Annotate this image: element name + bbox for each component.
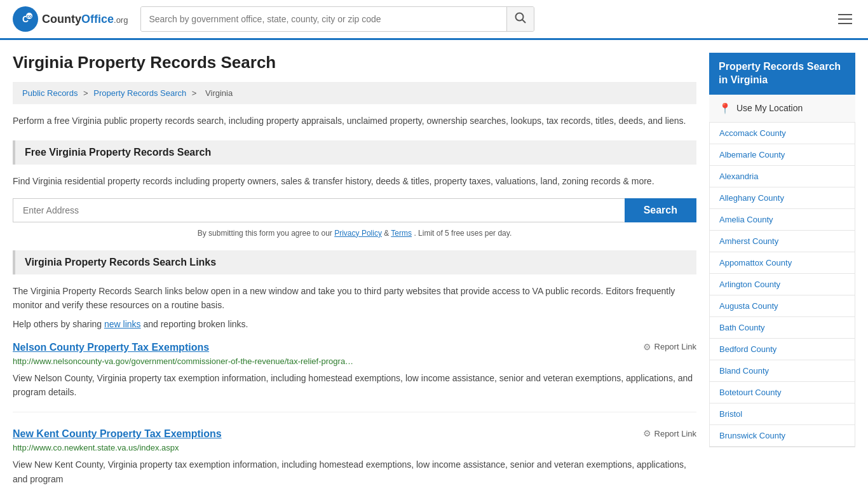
logo: C co CountyOffice.org xyxy=(13,6,128,32)
list-item: Bedford County xyxy=(710,339,855,360)
main-container: Virginia Property Records Search Public … xyxy=(0,40,868,488)
global-search-button[interactable] xyxy=(506,7,534,31)
sidebar-county-link[interactable]: Appomattox County xyxy=(710,252,855,273)
free-search-description: Find Virginia residential property recor… xyxy=(13,174,696,188)
list-item: Amherst County xyxy=(710,231,855,252)
svg-line-5 xyxy=(522,20,526,23)
report-link-button[interactable]: ⚙ Report Link xyxy=(643,342,696,352)
result-title-row: Nelson County Property Tax Exemptions ⚙ … xyxy=(13,342,696,353)
location-pin-icon: 📍 xyxy=(719,102,731,114)
hamburger-menu-button[interactable] xyxy=(835,11,855,27)
breadcrumb-separator-1: > xyxy=(83,88,90,98)
address-search-button[interactable]: Search xyxy=(625,198,696,222)
form-disclaimer: By submitting this form you agree to our… xyxy=(13,229,696,238)
list-item: Appomattox County xyxy=(710,252,855,274)
sidebar-county-link[interactable]: Augusta County xyxy=(710,295,855,316)
svg-text:co: co xyxy=(27,14,32,18)
list-item: Bath County xyxy=(710,317,855,339)
sidebar-county-link[interactable]: Brunswick County xyxy=(710,425,855,446)
result-description: View Nelson County, Virginia property ta… xyxy=(13,371,696,400)
list-item: Bland County xyxy=(710,360,855,382)
global-search-input[interactable] xyxy=(141,7,506,31)
report-icon: ⚙ xyxy=(643,428,651,438)
sidebar-county-link[interactable]: Albemarle County xyxy=(710,144,855,165)
sidebar-county-link[interactable]: Amelia County xyxy=(710,209,855,230)
report-link-button[interactable]: ⚙ Report Link xyxy=(643,428,696,438)
result-url: http://www.nelsoncounty-va.gov/governmen… xyxy=(13,356,696,366)
list-item: Arlington County xyxy=(710,274,855,295)
use-location-label: Use My Location xyxy=(736,103,803,113)
result-title-row: New Kent County Property Tax Exemptions … xyxy=(13,428,696,440)
sidebar-county-link[interactable]: Arlington County xyxy=(710,274,855,295)
new-links-link[interactable]: new links xyxy=(104,319,141,329)
privacy-policy-link[interactable]: Privacy Policy xyxy=(334,229,382,238)
links-section-heading: Virginia Property Records Search Links xyxy=(13,250,696,274)
links-help: Help others by sharing new links and rep… xyxy=(13,319,696,329)
list-item: Brunswick County xyxy=(710,425,855,447)
sidebar-county-link[interactable]: Bland County xyxy=(710,360,855,381)
list-item: Bristol xyxy=(710,403,855,425)
result-title-link[interactable]: New Kent County Property Tax Exemptions xyxy=(13,428,222,440)
result-item: New Kent County Property Tax Exemptions … xyxy=(13,428,696,488)
sidebar-county-link[interactable]: Amherst County xyxy=(710,231,855,252)
report-link-label: Report Link xyxy=(654,342,696,351)
logo-wordmark: CountyOffice.org xyxy=(42,13,128,26)
terms-link[interactable]: Terms xyxy=(391,229,412,238)
result-title-link[interactable]: Nelson County Property Tax Exemptions xyxy=(13,342,209,353)
sidebar-county-link[interactable]: Bath County xyxy=(710,317,855,338)
sidebar-county-link[interactable]: Botetourt County xyxy=(710,382,855,403)
address-search-form: Search xyxy=(13,198,696,222)
header: C co CountyOffice.org xyxy=(0,0,868,40)
content-area: Virginia Property Records Search Public … xyxy=(13,53,696,488)
breadcrumb-public-records[interactable]: Public Records xyxy=(22,88,78,98)
report-link-label: Report Link xyxy=(654,429,696,438)
sidebar-county-link[interactable]: Bristol xyxy=(710,403,855,424)
sidebar-county-link[interactable]: Alleghany County xyxy=(710,187,855,208)
list-item: Albemarle County xyxy=(710,144,855,166)
free-search-heading: Free Virginia Property Records Search xyxy=(13,140,696,165)
list-item: Botetourt County xyxy=(710,382,855,403)
links-section: Virginia Property Records Search Links T… xyxy=(13,250,696,488)
global-search-bar[interactable] xyxy=(140,6,534,32)
breadcrumb-separator-2: > xyxy=(192,88,199,98)
breadcrumb: Public Records > Property Records Search… xyxy=(13,82,696,104)
result-description: View New Kent County, Virginia property … xyxy=(13,458,696,486)
sidebar-title: Property Records Search in Virginia xyxy=(709,53,855,95)
breadcrumb-virginia: Virginia xyxy=(205,88,233,98)
page-title: Virginia Property Records Search xyxy=(13,53,696,72)
list-item: Alleghany County xyxy=(710,187,855,209)
result-item: Nelson County Property Tax Exemptions ⚙ … xyxy=(13,342,696,413)
logo-icon: C co xyxy=(13,6,38,32)
list-item: Alexandria xyxy=(710,166,855,187)
address-input[interactable] xyxy=(13,198,625,222)
list-item: Accomack County xyxy=(710,123,855,144)
links-intro: The Virginia Property Records Search lin… xyxy=(13,284,696,313)
list-item: Augusta County xyxy=(710,295,855,317)
svg-point-4 xyxy=(516,13,524,21)
result-url: http://www.co.newkent.state.va.us/index.… xyxy=(13,443,696,452)
list-item: Amelia County xyxy=(710,209,855,231)
report-icon: ⚙ xyxy=(643,342,651,352)
county-list: Accomack CountyAlbemarle CountyAlexandri… xyxy=(709,123,855,447)
sidebar: Property Records Search in Virginia 📍 Us… xyxy=(709,53,855,488)
intro-text: Perform a free Virginia public property … xyxy=(13,114,696,128)
sidebar-county-link[interactable]: Alexandria xyxy=(710,166,855,187)
sidebar-county-link[interactable]: Accomack County xyxy=(710,123,855,144)
sidebar-county-link[interactable]: Bedford County xyxy=(710,339,855,360)
breadcrumb-property-records-search[interactable]: Property Records Search xyxy=(93,88,186,98)
use-my-location-button[interactable]: 📍 Use My Location xyxy=(709,95,855,123)
